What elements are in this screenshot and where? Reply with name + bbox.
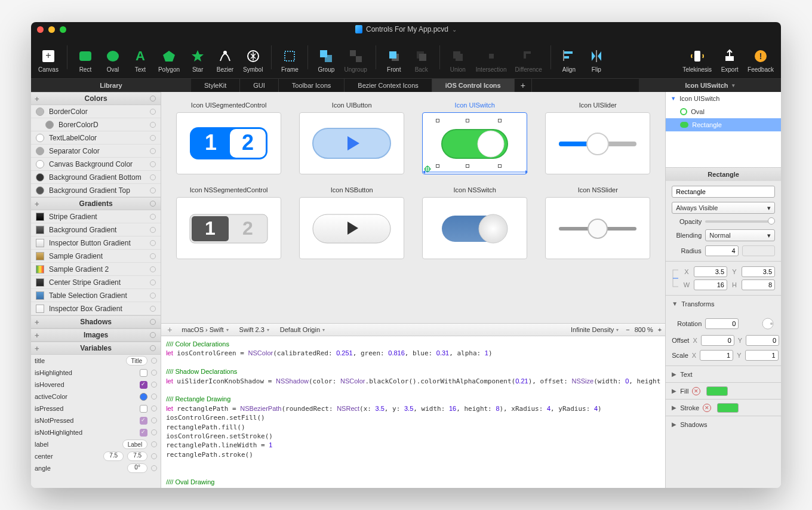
zoom-out-button[interactable]: − [626,326,629,333]
gradient-item[interactable]: Stripe Gradient [31,210,161,223]
position-anchor-icon[interactable] [672,269,678,288]
param-ring-icon[interactable] [150,109,156,115]
canvas-icon-cell[interactable]: Icon NSSwitch [419,186,530,259]
add-color-icon[interactable]: + [35,94,39,103]
shadows-section[interactable]: ▶Shadows [666,416,781,432]
shadows-section-header[interactable]: +Shadows [31,315,161,328]
canvas-icon-cell[interactable]: Icon NSSegmentedControl12 [173,186,284,259]
color-item[interactable]: BorderColor [31,105,161,118]
text-section[interactable]: ▶Text [666,365,781,382]
param-ring-icon[interactable] [151,370,157,376]
canvas-icon-cell[interactable]: Icon UISwitch [419,102,530,174]
param-ring-icon[interactable] [150,227,156,233]
tab-ios-control-icons[interactable]: iOS Control Icons [432,79,515,92]
canvas-icon-cell[interactable]: Icon UISlider [542,102,653,174]
visibility-select[interactable]: Always Visible▾ [672,202,775,214]
difference-button[interactable]: Difference [511,39,545,75]
document-dropdown-icon[interactable]: ⌄ [452,26,457,33]
bezier-button[interactable]: Bezier [212,39,238,75]
param-ring-icon[interactable] [151,441,157,447]
variable-item[interactable]: isNotHighlighted [31,426,161,438]
canvas-button[interactable]: + Canvas [35,39,62,75]
align-button[interactable]: Align [556,39,582,75]
checkbox[interactable] [140,369,147,377]
param-ring-icon[interactable] [150,135,156,141]
gradient-item[interactable]: Inspector Button Gradient [31,236,161,250]
export-button[interactable]: Export [716,39,743,75]
gradient-item[interactable]: Inspector Box Gradient [31,302,161,315]
fill-section[interactable]: ▶Fill✕ [666,382,781,399]
add-variable-icon[interactable]: + [35,344,39,353]
tab-add-button[interactable]: + [515,79,532,92]
code-add-button[interactable]: + [165,325,174,334]
blending-select[interactable]: Normal▾ [705,229,775,241]
tab-bezier-context-icons[interactable]: Bezier Context Icons [345,79,432,92]
param-ring-icon[interactable] [150,122,156,128]
color-item[interactable]: Background Gradient Bottom [31,171,161,184]
transforms-section[interactable]: ▼Transforms [666,295,781,312]
gradient-item[interactable]: Table Selection Gradient [31,289,161,302]
canvas-icon-cell[interactable]: Icon UISegmentedControl12 [173,102,284,174]
tree-oval-row[interactable]: Oval [666,105,781,118]
intersection-button[interactable]: Intersection [472,39,510,75]
corner-selector[interactable] [742,245,775,256]
param-ring-icon[interactable] [150,148,156,154]
param-ring-icon[interactable] [150,188,156,193]
canvas-icon-cell[interactable]: Icon UIButton [296,102,407,174]
checkbox[interactable] [140,381,147,389]
stroke-section[interactable]: ▶Stroke✕ [666,399,781,416]
disclosure-triangle-icon[interactable]: ▼ [670,96,676,102]
canvas-icon-thumb[interactable]: 12 [176,197,281,259]
fill-color-swatch[interactable] [706,386,728,396]
gradients-section-header[interactable]: +Gradients [31,197,161,210]
param-ring-icon[interactable] [151,417,157,423]
variable-item[interactable]: angle0° [31,462,161,474]
param-ring-icon[interactable] [151,405,157,411]
param-ring-icon[interactable] [151,358,157,364]
w-input[interactable] [694,279,727,290]
param-ring-icon[interactable] [151,453,157,459]
param-ring-icon[interactable] [151,382,157,388]
canvas-icon-thumb[interactable] [299,197,404,259]
param-ring-icon[interactable] [150,161,156,167]
x-input[interactable] [694,266,727,277]
color-item[interactable]: Background Gradient Top [31,184,161,197]
param-ring-icon[interactable] [150,214,156,220]
tab-toolbar-icons[interactable]: Toolbar Icons [279,79,345,92]
variable-item[interactable]: isHighlighted [31,367,161,379]
language-select[interactable]: Swift 2.3▾ [236,326,273,333]
canvas-icon-cell[interactable]: Icon NSButton [296,186,407,259]
color-item[interactable]: TextLabelColor [31,131,161,145]
text-button[interactable]: AText [127,39,153,75]
colors-section-header[interactable]: +Colors [31,92,161,105]
variable-item[interactable]: activeColor [31,391,161,403]
back-button[interactable]: Back [408,39,435,75]
add-image-icon[interactable]: + [35,331,39,340]
delete-fill-icon[interactable]: ✕ [692,387,700,395]
param-ring-icon[interactable] [150,253,156,259]
canvas-area[interactable]: Icon UISegmentedControl12Icon UIButtonIc… [161,92,665,323]
polygon-button[interactable]: Polygon [155,39,183,75]
offset-x-input[interactable] [701,335,734,346]
variable-item[interactable]: labelLabel [31,438,161,450]
canvas-icon-thumb[interactable] [422,197,527,259]
variables-section-header[interactable]: +Variables [31,342,161,355]
variable-item[interactable]: isNotPressed [31,414,161,426]
telekinesis-button[interactable]: Telekinesis [679,39,715,75]
canvas-icon-thumb[interactable] [545,197,650,259]
oval-button[interactable]: Oval [100,39,126,75]
param-ring-icon[interactable] [150,266,156,272]
flip-button[interactable]: Flip [583,39,610,75]
delete-stroke-icon[interactable]: ✕ [703,404,711,412]
symbol-button[interactable]: Symbol [239,39,266,75]
param-ring-icon[interactable] [151,429,157,435]
text-var-value[interactable]: Title [126,356,148,365]
variable-item[interactable]: isPressed [31,403,161,414]
star-button[interactable]: Star [184,39,211,75]
canvas-icon-thumb[interactable]: 12 [176,112,281,174]
origin-select[interactable]: Default Origin▾ [276,326,328,333]
frame-button[interactable]: Frame [276,39,303,75]
library-tab[interactable]: Library [31,79,191,92]
checkbox[interactable] [140,417,147,425]
scale-x-input[interactable] [700,350,733,361]
